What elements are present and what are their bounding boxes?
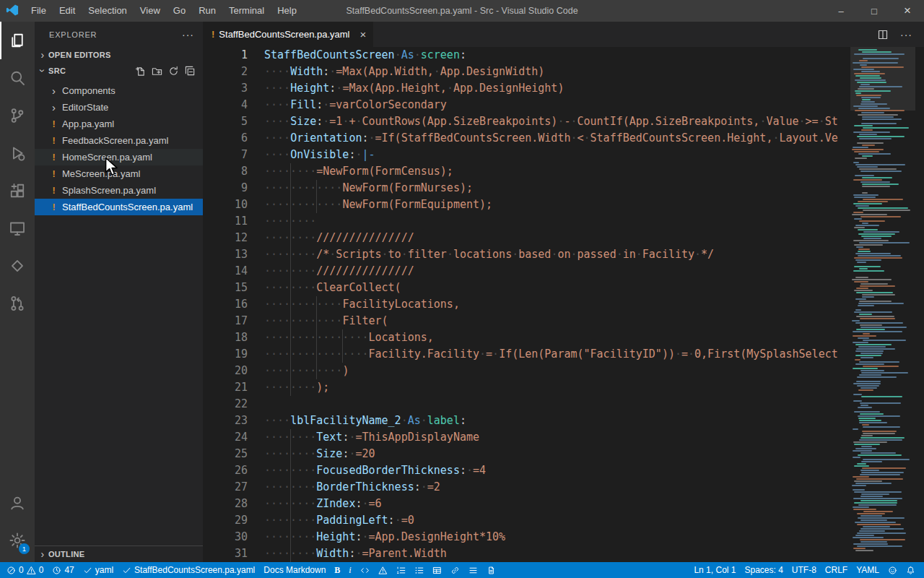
minimap[interactable]: [850, 47, 915, 562]
activitybar-pull-requests[interactable]: [0, 285, 35, 322]
status-encoding[interactable]: UTF-8: [788, 562, 821, 578]
status-eol[interactable]: CRLF: [821, 562, 852, 578]
activitybar-extensions[interactable]: [0, 172, 35, 210]
refresh-button[interactable]: [168, 66, 179, 77]
activitybar-source-control[interactable]: [0, 97, 35, 134]
code-line-30[interactable]: 30········Height:·=App.DesignHeight*10%: [203, 529, 850, 545]
file-item-EditorState[interactable]: ›EditorState: [35, 99, 203, 116]
file-item-Components[interactable]: ›Components: [35, 82, 203, 99]
outline-section[interactable]: › OUTLINE: [35, 545, 203, 562]
status-numbered-list[interactable]: [392, 562, 410, 578]
menu-item-file[interactable]: File: [25, 0, 53, 22]
code-line-15[interactable]: 15········ClearCollect(: [203, 280, 850, 296]
activitybar-search[interactable]: [0, 59, 35, 97]
status-insert-alert[interactable]: [374, 562, 392, 578]
close-button[interactable]: ×: [891, 0, 924, 22]
minimize-button[interactable]: –: [824, 0, 858, 22]
more-actions-icon[interactable]: ···: [900, 29, 912, 40]
code-line-29[interactable]: 29········PaddingLeft:·=0: [203, 512, 850, 529]
file-item-StaffBedCountsScreen.pa.yaml[interactable]: !StaffBedCountsScreen.pa.yaml: [35, 199, 203, 215]
code-line-19[interactable]: 19················Facility.Facility·=·If…: [203, 346, 850, 363]
status-notifications[interactable]: [902, 562, 920, 578]
minimap-slider[interactable]: [850, 47, 915, 111]
status-insert-list[interactable]: [464, 562, 482, 578]
file-item-FeedbackScreen.pa.yaml[interactable]: !FeedbackScreen.pa.yaml: [35, 132, 203, 149]
status-insert-template[interactable]: [482, 562, 500, 578]
new-file-button[interactable]: [135, 66, 146, 77]
status-insert-link[interactable]: [446, 562, 464, 578]
file-item-MeScreen.pa.yaml[interactable]: !MeScreen.pa.yaml: [35, 165, 203, 182]
editor-tab[interactable]: ! StaffBedCountsScreen.pa.yaml ×: [203, 22, 373, 47]
activitybar-manage[interactable]: 1: [0, 522, 35, 559]
code-line-1[interactable]: 1StaffBedCountsScreen·As·screen:: [203, 47, 850, 64]
activitybar-explorer[interactable]: [0, 22, 35, 59]
activitybar-accounts[interactable]: [0, 484, 35, 522]
status-language-mode[interactable]: YAML: [852, 562, 884, 578]
code-line-6[interactable]: 6····Orientation:·=If(StaffBedCountsScre…: [203, 130, 850, 147]
status-yaml-language-status[interactable]: yaml: [79, 562, 118, 578]
new-folder-button[interactable]: [152, 66, 162, 77]
code-line-27[interactable]: 27········BorderThickness:·=2: [203, 479, 850, 496]
status-active-file-status[interactable]: StaffBedCountsScreen.pa.yaml: [118, 562, 259, 578]
code-token: <: [578, 131, 584, 144]
menu-item-help[interactable]: Help: [271, 0, 303, 22]
collapse-all-button[interactable]: [185, 66, 196, 77]
code-line-9[interactable]: 9············NewForm(FormNurses);: [203, 180, 850, 197]
tab-close-icon[interactable]: ×: [360, 28, 367, 40]
code-line-12[interactable]: 12········///////////////: [203, 230, 850, 246]
file-item-HomeScreen.pa.yaml[interactable]: !HomeScreen.pa.yaml: [35, 149, 203, 165]
menu-item-edit[interactable]: Edit: [53, 0, 82, 22]
code-line-17[interactable]: 17············Filter(: [203, 313, 850, 329]
code-line-2[interactable]: 2····Width:·=Max(App.Width,·App.DesignWi…: [203, 64, 850, 80]
menu-item-go[interactable]: Go: [167, 0, 192, 22]
status-problems[interactable]: 00: [2, 562, 48, 578]
status-timer[interactable]: 47: [48, 562, 78, 578]
code-line-16[interactable]: 16············FacilityLocations,: [203, 296, 850, 313]
code-line-13[interactable]: 13········/*·Scripts·to·filter·locations…: [203, 246, 850, 263]
file-item-App.pa.yaml[interactable]: !App.pa.yaml: [35, 116, 203, 132]
status-feedback[interactable]: [884, 562, 902, 578]
code-line-23[interactable]: 23····lblFacilityName_2·As·label:: [203, 413, 850, 429]
menu-item-terminal[interactable]: Terminal: [222, 0, 271, 22]
activitybar-run-and-debug[interactable]: [0, 134, 35, 172]
explorer-more-actions-icon[interactable]: ···: [182, 29, 194, 40]
code-line-24[interactable]: 24········Text:·=ThisAppDisplayName: [203, 429, 850, 446]
code-line-8[interactable]: 8········=NewForm(FormCensus);: [203, 163, 850, 180]
code-line-7[interactable]: 7····OnVisible:·|-: [203, 147, 850, 163]
code-line-20[interactable]: 20············): [203, 363, 850, 379]
code-line-11[interactable]: 11········: [203, 213, 850, 230]
menu-item-view[interactable]: View: [134, 0, 167, 22]
status-indentation[interactable]: Spaces: 4: [740, 562, 787, 578]
status-docs-markdown[interactable]: Docs Markdown: [259, 562, 330, 578]
code-line-25[interactable]: 25········Size:·=20: [203, 446, 850, 462]
code-line-3[interactable]: 3····Height:·=Max(App.Height,·App.Design…: [203, 80, 850, 97]
open-editors-section[interactable]: › OPEN EDITORS: [35, 47, 203, 63]
code-line-26[interactable]: 26········FocusedBorderThickness:·=4: [203, 462, 850, 479]
minimap-line: [853, 441, 887, 443]
status-bold[interactable]: B: [330, 562, 344, 578]
code-token: /*: [316, 248, 329, 261]
status-bulleted-list[interactable]: [410, 562, 428, 578]
code-line-28[interactable]: 28········ZIndex:·=6: [203, 496, 850, 512]
src-folder-section[interactable]: › SRC: [35, 63, 203, 79]
status-italic[interactable]: i: [344, 562, 355, 578]
code-editor[interactable]: 1StaffBedCountsScreen·As·screen:2····Wid…: [203, 47, 924, 562]
file-item-SplashScreen.pa.yaml[interactable]: !SplashScreen.pa.yaml: [35, 182, 203, 199]
activitybar-remote-explorer[interactable]: [0, 210, 35, 247]
activitybar-power-platform[interactable]: [0, 247, 35, 285]
code-line-22[interactable]: 22: [203, 396, 850, 413]
split-editor-icon[interactable]: [877, 29, 889, 40]
status-insert-table[interactable]: [428, 562, 446, 578]
menu-item-selection[interactable]: Selection: [82, 0, 133, 22]
code-line-14[interactable]: 14········///////////////: [203, 263, 850, 280]
code-line-18[interactable]: 18················Locations,: [203, 329, 850, 346]
code-line-4[interactable]: 4····Fill:·=varColorSecondary: [203, 97, 850, 113]
code-line-5[interactable]: 5····Size:·=1·+·CountRows(App.SizeBreakp…: [203, 113, 850, 130]
status-cursor-position[interactable]: Ln 1, Col 1: [689, 562, 740, 578]
code-line-21[interactable]: 21········);: [203, 379, 850, 396]
menu-item-run[interactable]: Run: [192, 0, 222, 22]
maximize-button[interactable]: □: [858, 0, 891, 22]
status-insert-code[interactable]: [356, 562, 374, 578]
code-line-31[interactable]: 31········Width:·=Parent.Width: [203, 545, 850, 562]
code-line-10[interactable]: 10············NewForm(FormEquipment);: [203, 197, 850, 213]
